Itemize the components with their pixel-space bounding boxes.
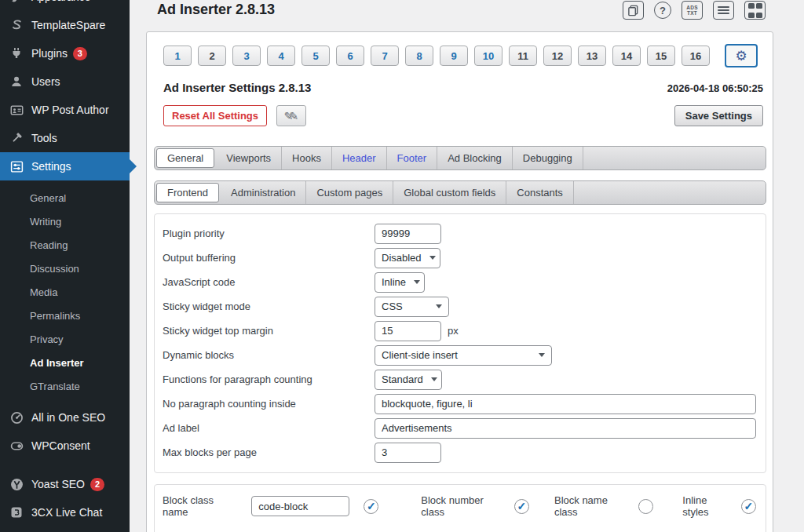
sidebar-item-label: Tools <box>31 132 57 144</box>
form-row-sticky-widget-top-margin: Sticky widget top margin px <box>163 319 756 343</box>
block-tab-1[interactable]: 1 <box>163 46 192 66</box>
sidebar-item-settings[interactable]: Settings <box>0 152 130 180</box>
block-tab-7[interactable]: 7 <box>371 46 399 66</box>
sidebar-item-wp-post-author[interactable]: WP Post Author <box>0 96 130 124</box>
no-paragraph-counting-inside-input[interactable] <box>375 394 756 414</box>
admin-menu: Appearance TemplateSpare Plugins 3 U <box>0 0 130 180</box>
sidebar-item-label: Settings <box>31 160 71 173</box>
page-title: Ad Inserter 2.8.13 <box>157 2 275 18</box>
sidebar-item-yoast-seo[interactable]: Yoast SEO 2 <box>0 470 130 498</box>
grid-icon <box>748 3 755 9</box>
block-tab-5[interactable]: 5 <box>302 46 330 66</box>
paragraph-counting-functions-select[interactable]: Standard <box>375 370 442 390</box>
tab-custom-pages[interactable]: Custom pages <box>306 181 393 204</box>
block-tab-6[interactable]: 6 <box>336 46 364 66</box>
plugin-menu-section: All in One SEO WPConsent Yoast SEO 2 <box>0 403 130 527</box>
tab-footer[interactable]: Footer <box>387 147 438 169</box>
sidebar-item-templatespare[interactable]: TemplateSpare <box>0 11 130 39</box>
sidebar-subitem-ad-inserter[interactable]: Ad Inserter <box>0 352 130 375</box>
tab-debugging[interactable]: Debugging <box>513 147 583 169</box>
tab-frontend[interactable]: Frontend <box>156 183 219 202</box>
sidebar-item-label: 3CX Live Chat <box>31 506 102 519</box>
output-buffering-select[interactable]: Disabled <box>375 248 440 268</box>
block-tab-11[interactable]: 11 <box>509 46 537 66</box>
block-class-name-checkbox[interactable] <box>364 499 378 514</box>
sidebar-item-wpconsent[interactable]: WPConsent <box>0 432 130 460</box>
sidebar-item-plugins[interactable]: Plugins 3 <box>0 39 130 67</box>
max-blocks-per-page-input[interactable] <box>375 443 441 463</box>
ad-label-label: Ad label <box>163 422 375 434</box>
sidebar-item-appearance[interactable]: Appearance <box>0 0 130 11</box>
javascript-code-label: JavaScript code <box>163 276 375 288</box>
sidebar-subitem-general[interactable]: General <box>0 187 130 210</box>
documentation-button[interactable] <box>623 1 644 20</box>
sidebar-subitem-writing[interactable]: Writing <box>0 210 130 234</box>
block-tab-4[interactable]: 4 <box>267 46 295 66</box>
sidebar-item-label: Appearance <box>31 0 91 3</box>
block-tab-15[interactable]: 15 <box>647 46 675 66</box>
inline-styles-checkbox[interactable] <box>741 499 756 514</box>
ads-txt-icon: TXT <box>687 10 697 16</box>
block-tab-12[interactable]: 12 <box>543 46 572 66</box>
save-settings-button[interactable]: Save Settings <box>674 105 763 126</box>
plugin-priority-input[interactable] <box>375 224 441 244</box>
block-tab-2[interactable]: 2 <box>198 46 226 66</box>
block-tab-10[interactable]: 10 <box>474 46 502 66</box>
javascript-code-select[interactable]: Inline <box>375 272 425 293</box>
sidebar-subitem-reading[interactable]: Reading <box>0 234 130 257</box>
sidebar-subitem-gtranslate[interactable]: GTranslate <box>0 375 130 399</box>
help-button[interactable]: ? <box>654 2 671 19</box>
settings-submenu: General Writing Reading Discussion Media… <box>0 187 130 399</box>
tab-administration[interactable]: Administration <box>221 181 306 204</box>
settings-header: Ad Inserter Settings 2.8.13 2026-04-18 0… <box>163 81 763 94</box>
header-toolbar: ? ADS TXT <box>623 1 766 20</box>
sidebar-item-tools[interactable]: Tools <box>0 124 130 152</box>
sidebar-item-users[interactable]: Users <box>0 67 130 96</box>
tab-header[interactable]: Header <box>332 147 387 169</box>
block-tab-16[interactable]: 16 <box>682 46 710 66</box>
plugin-settings-tab[interactable]: ⚙ <box>725 44 758 67</box>
tab-hooks[interactable]: Hooks <box>282 147 332 169</box>
ad-label-input[interactable] <box>375 418 756 439</box>
sidebar-subitem-privacy[interactable]: Privacy <box>0 328 130 352</box>
sidebar-subitem-discussion[interactable]: Discussion <box>0 257 130 281</box>
block-name-class-label: Block name class <box>554 494 632 518</box>
tab-ad-blocking[interactable]: Ad Blocking <box>437 147 513 169</box>
tab-constants[interactable]: Constants <box>506 181 574 204</box>
block-class-name-input[interactable] <box>251 496 349 516</box>
block-number-class-checkbox[interactable] <box>514 499 529 514</box>
reset-all-settings-button[interactable]: Reset All Settings <box>163 105 267 126</box>
ads-txt-button[interactable]: ADS TXT <box>682 1 703 20</box>
sidebar-item-label: WP Post Author <box>31 104 109 116</box>
sticky-widget-mode-select[interactable]: CSS <box>375 297 449 317</box>
tab-general[interactable]: General <box>156 148 214 168</box>
sidebar-subitem-permalinks[interactable]: Permalinks <box>0 304 130 328</box>
toggle-menu-button[interactable] <box>713 1 734 20</box>
block-name-class-checkbox[interactable] <box>638 499 653 514</box>
wordpress-admin-page: Appearance TemplateSpare Plugins 3 U <box>0 0 804 532</box>
sidebar-item-3cx-live-chat[interactable]: 3CX Live Chat <box>0 498 130 527</box>
appearance-icon <box>9 0 24 5</box>
pages-icon <box>627 5 639 16</box>
inline-styles-label: Inline styles <box>682 494 735 518</box>
plugins-update-badge: 3 <box>73 47 87 60</box>
block-tab-14[interactable]: 14 <box>612 46 641 66</box>
block-list-button[interactable] <box>744 1 766 20</box>
sidebar-item-all-in-one-seo[interactable]: All in One SEO <box>0 403 130 432</box>
select-value: CSS <box>382 301 403 312</box>
form-row-no-paragraph-counting-inside: No paragraph counting inside <box>163 392 756 416</box>
form-row-dynamic-blocks: Dynamic blocks Client-side insert <box>163 343 756 367</box>
edit-tools-button[interactable]: ✎✎ <box>276 105 306 126</box>
block-class-name-label: Block class name <box>163 494 240 518</box>
sidebar-subitem-media[interactable]: Media <box>0 281 130 304</box>
tab-global-custom-fields[interactable]: Global custom fields <box>393 181 506 204</box>
tab-viewports[interactable]: Viewports <box>216 147 282 169</box>
block-tab-3[interactable]: 3 <box>232 46 261 66</box>
dynamic-blocks-select[interactable]: Client-side insert <box>375 345 552 366</box>
sticky-widget-top-margin-input[interactable] <box>375 321 441 341</box>
block-tab-8[interactable]: 8 <box>405 46 433 66</box>
block-tab-13[interactable]: 13 <box>578 46 606 66</box>
block-tab-9[interactable]: 9 <box>440 46 468 66</box>
sidebar-item-label: Plugins <box>31 47 68 60</box>
question-mark-icon: ? <box>660 5 666 16</box>
